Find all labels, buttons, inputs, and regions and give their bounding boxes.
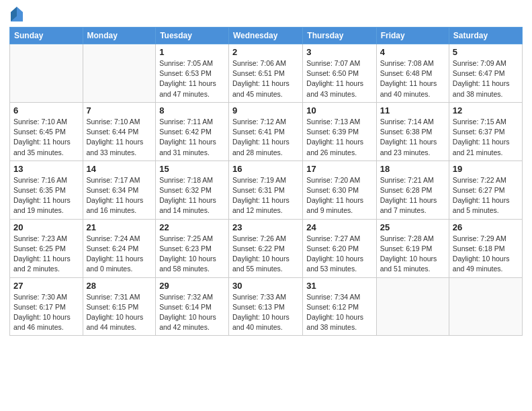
day-info: Sunrise: 7:29 AMSunset: 6:18 PMDaylight:… bbox=[453, 234, 519, 275]
calendar-cell: 6Sunrise: 7:10 AMSunset: 6:45 PMDaylight… bbox=[10, 102, 83, 161]
logo bbox=[9, 9, 23, 21]
day-info: Sunrise: 7:24 AMSunset: 6:24 PMDaylight:… bbox=[87, 234, 152, 275]
day-number: 19 bbox=[453, 164, 519, 174]
calendar-cell: 28Sunrise: 7:31 AMSunset: 6:15 PMDayligh… bbox=[83, 277, 156, 336]
day-info: Sunrise: 7:22 AMSunset: 6:27 PMDaylight:… bbox=[453, 175, 519, 216]
day-number: 24 bbox=[306, 222, 372, 232]
day-info: Sunrise: 7:06 AMSunset: 6:51 PMDaylight:… bbox=[232, 58, 299, 99]
day-info: Sunrise: 7:18 AMSunset: 6:32 PMDaylight:… bbox=[159, 175, 225, 216]
day-number: 1 bbox=[159, 47, 225, 57]
logo-icon bbox=[11, 7, 23, 21]
day-number: 6 bbox=[13, 105, 79, 116]
weekday-header-wednesday: Wednesday bbox=[229, 28, 303, 44]
page: SundayMondayTuesdayWednesdayThursdayFrid… bbox=[0, 0, 532, 411]
calendar-cell: 31Sunrise: 7:34 AMSunset: 6:12 PMDayligh… bbox=[303, 277, 376, 336]
day-number: 31 bbox=[306, 281, 372, 291]
day-info: Sunrise: 7:16 AMSunset: 6:35 PMDaylight:… bbox=[13, 175, 79, 216]
day-number: 2 bbox=[232, 47, 299, 57]
day-info: Sunrise: 7:33 AMSunset: 6:13 PMDaylight:… bbox=[232, 292, 299, 333]
calendar-cell: 9Sunrise: 7:12 AMSunset: 6:41 PMDaylight… bbox=[229, 102, 303, 161]
calendar-week-2: 6Sunrise: 7:10 AMSunset: 6:45 PMDaylight… bbox=[10, 102, 523, 161]
day-number: 29 bbox=[159, 281, 225, 291]
calendar-cell: 21Sunrise: 7:24 AMSunset: 6:24 PMDayligh… bbox=[83, 219, 156, 277]
day-number: 16 bbox=[232, 164, 299, 174]
day-info: Sunrise: 7:17 AMSunset: 6:34 PMDaylight:… bbox=[87, 175, 152, 216]
day-number: 26 bbox=[453, 222, 519, 232]
weekday-header-friday: Friday bbox=[376, 28, 449, 44]
weekday-header-sunday: Sunday bbox=[10, 28, 83, 44]
day-info: Sunrise: 7:34 AMSunset: 6:12 PMDaylight:… bbox=[306, 292, 372, 333]
day-number: 3 bbox=[306, 47, 372, 57]
calendar-cell: 7Sunrise: 7:10 AMSunset: 6:44 PMDaylight… bbox=[83, 102, 156, 161]
day-info: Sunrise: 7:25 AMSunset: 6:23 PMDaylight:… bbox=[159, 234, 225, 275]
day-number: 5 bbox=[453, 47, 519, 57]
day-info: Sunrise: 7:21 AMSunset: 6:28 PMDaylight:… bbox=[380, 175, 445, 216]
day-info: Sunrise: 7:32 AMSunset: 6:14 PMDaylight:… bbox=[159, 292, 225, 333]
day-info: Sunrise: 7:05 AMSunset: 6:53 PMDaylight:… bbox=[159, 58, 225, 99]
calendar-cell: 4Sunrise: 7:08 AMSunset: 6:48 PMDaylight… bbox=[376, 44, 449, 103]
day-info: Sunrise: 7:26 AMSunset: 6:22 PMDaylight:… bbox=[232, 234, 299, 275]
day-number: 25 bbox=[380, 222, 445, 232]
day-info: Sunrise: 7:07 AMSunset: 6:50 PMDaylight:… bbox=[306, 58, 372, 99]
day-number: 21 bbox=[87, 222, 152, 232]
day-number: 12 bbox=[453, 105, 519, 116]
weekday-header-saturday: Saturday bbox=[449, 28, 522, 44]
calendar-cell: 30Sunrise: 7:33 AMSunset: 6:13 PMDayligh… bbox=[229, 277, 303, 336]
day-info: Sunrise: 7:09 AMSunset: 6:47 PMDaylight:… bbox=[453, 58, 519, 99]
calendar-cell: 17Sunrise: 7:20 AMSunset: 6:30 PMDayligh… bbox=[303, 161, 376, 219]
day-info: Sunrise: 7:23 AMSunset: 6:25 PMDaylight:… bbox=[13, 234, 79, 275]
calendar-cell: 14Sunrise: 7:17 AMSunset: 6:34 PMDayligh… bbox=[83, 161, 156, 219]
calendar-cell bbox=[376, 277, 449, 336]
calendar-cell: 12Sunrise: 7:15 AMSunset: 6:37 PMDayligh… bbox=[449, 102, 522, 161]
weekday-header-thursday: Thursday bbox=[303, 28, 376, 44]
calendar-week-1: 1Sunrise: 7:05 AMSunset: 6:53 PMDaylight… bbox=[10, 44, 523, 103]
calendar-cell: 15Sunrise: 7:18 AMSunset: 6:32 PMDayligh… bbox=[156, 161, 229, 219]
header bbox=[9, 7, 523, 21]
day-number: 7 bbox=[87, 105, 152, 116]
calendar-cell bbox=[449, 277, 522, 336]
calendar-cell: 27Sunrise: 7:30 AMSunset: 6:17 PMDayligh… bbox=[10, 277, 83, 336]
day-info: Sunrise: 7:11 AMSunset: 6:42 PMDaylight:… bbox=[159, 117, 225, 158]
weekday-header-tuesday: Tuesday bbox=[156, 28, 229, 44]
calendar-cell: 16Sunrise: 7:19 AMSunset: 6:31 PMDayligh… bbox=[229, 161, 303, 219]
calendar-cell: 23Sunrise: 7:26 AMSunset: 6:22 PMDayligh… bbox=[229, 219, 303, 277]
day-number: 20 bbox=[13, 222, 79, 232]
day-number: 23 bbox=[232, 222, 299, 232]
day-info: Sunrise: 7:30 AMSunset: 6:17 PMDaylight:… bbox=[13, 292, 79, 333]
calendar-cell: 5Sunrise: 7:09 AMSunset: 6:47 PMDaylight… bbox=[449, 44, 522, 103]
day-number: 30 bbox=[232, 281, 299, 291]
calendar-cell: 11Sunrise: 7:14 AMSunset: 6:38 PMDayligh… bbox=[376, 102, 449, 161]
day-number: 17 bbox=[306, 164, 372, 174]
calendar-cell: 13Sunrise: 7:16 AMSunset: 6:35 PMDayligh… bbox=[10, 161, 83, 219]
day-info: Sunrise: 7:08 AMSunset: 6:48 PMDaylight:… bbox=[380, 58, 445, 99]
weekday-header-monday: Monday bbox=[83, 28, 156, 44]
day-number: 10 bbox=[306, 105, 372, 116]
day-number: 18 bbox=[380, 164, 445, 174]
calendar-table: SundayMondayTuesdayWednesdayThursdayFrid… bbox=[9, 27, 523, 336]
day-info: Sunrise: 7:12 AMSunset: 6:41 PMDaylight:… bbox=[232, 117, 299, 158]
calendar-week-5: 27Sunrise: 7:30 AMSunset: 6:17 PMDayligh… bbox=[10, 277, 523, 336]
day-info: Sunrise: 7:10 AMSunset: 6:44 PMDaylight:… bbox=[87, 117, 152, 158]
day-info: Sunrise: 7:13 AMSunset: 6:39 PMDaylight:… bbox=[306, 117, 372, 158]
calendar-cell: 3Sunrise: 7:07 AMSunset: 6:50 PMDaylight… bbox=[303, 44, 376, 103]
day-number: 14 bbox=[87, 164, 152, 174]
day-number: 15 bbox=[159, 164, 225, 174]
day-info: Sunrise: 7:28 AMSunset: 6:19 PMDaylight:… bbox=[380, 234, 445, 275]
calendar-cell: 20Sunrise: 7:23 AMSunset: 6:25 PMDayligh… bbox=[10, 219, 83, 277]
day-number: 8 bbox=[159, 105, 225, 116]
day-number: 9 bbox=[232, 105, 299, 116]
calendar-cell: 2Sunrise: 7:06 AMSunset: 6:51 PMDaylight… bbox=[229, 44, 303, 103]
day-number: 28 bbox=[87, 281, 152, 291]
calendar-cell: 29Sunrise: 7:32 AMSunset: 6:14 PMDayligh… bbox=[156, 277, 229, 336]
day-number: 22 bbox=[159, 222, 225, 232]
day-info: Sunrise: 7:27 AMSunset: 6:20 PMDaylight:… bbox=[306, 234, 372, 275]
day-number: 27 bbox=[13, 281, 79, 291]
calendar-cell: 24Sunrise: 7:27 AMSunset: 6:20 PMDayligh… bbox=[303, 219, 376, 277]
calendar-cell: 25Sunrise: 7:28 AMSunset: 6:19 PMDayligh… bbox=[376, 219, 449, 277]
calendar-cell: 26Sunrise: 7:29 AMSunset: 6:18 PMDayligh… bbox=[449, 219, 522, 277]
day-info: Sunrise: 7:15 AMSunset: 6:37 PMDaylight:… bbox=[453, 117, 519, 158]
calendar-cell: 1Sunrise: 7:05 AMSunset: 6:53 PMDaylight… bbox=[156, 44, 229, 103]
day-number: 4 bbox=[380, 47, 445, 57]
calendar-cell: 18Sunrise: 7:21 AMSunset: 6:28 PMDayligh… bbox=[376, 161, 449, 219]
day-info: Sunrise: 7:19 AMSunset: 6:31 PMDaylight:… bbox=[232, 175, 299, 216]
